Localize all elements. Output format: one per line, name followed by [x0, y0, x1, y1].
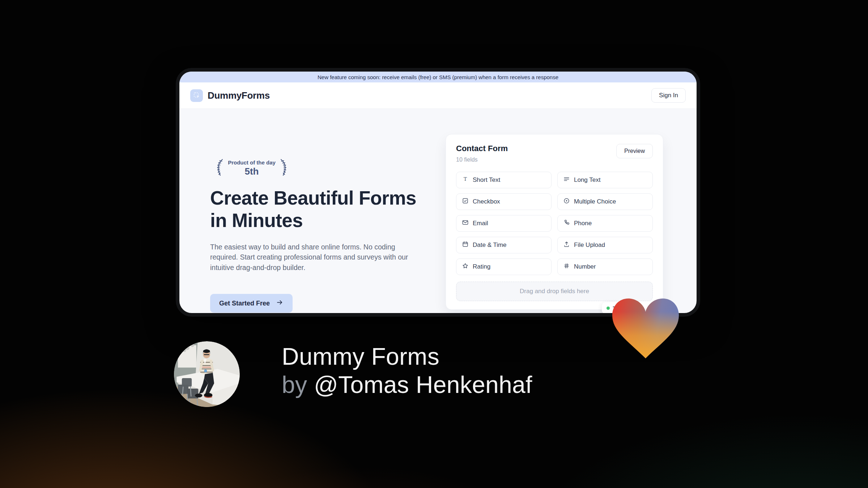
calendar-icon: [462, 241, 469, 249]
svg-text:T: T: [464, 176, 467, 182]
preview-button[interactable]: Preview: [616, 144, 653, 158]
brand[interactable]: DummyForms: [190, 89, 270, 102]
announcement-banner: New feature coming soon: receive emails …: [179, 72, 697, 82]
field-label: Phone: [574, 220, 592, 227]
star-icon: [462, 262, 469, 271]
field-label: Date & Time: [473, 241, 507, 249]
field-label: Short Text: [473, 176, 500, 184]
hash-icon: [563, 262, 570, 271]
promo-caption: Dummy Forms by @Tomas Henkenhaf: [282, 343, 532, 399]
award-title: Product of the day: [228, 159, 276, 166]
site-header: DummyForms Sign In: [179, 82, 697, 109]
laurel-right-icon: [279, 158, 289, 178]
field-button-checkbox[interactable]: Checkbox: [456, 193, 552, 210]
field-button-phone[interactable]: Phone: [557, 215, 653, 232]
byline-prefix: by: [282, 371, 307, 398]
byline-author: @Tomas Henkenhaf: [314, 371, 532, 398]
promo-byline: by @Tomas Henkenhaf: [282, 371, 532, 399]
short-text-icon: T: [462, 176, 469, 184]
field-label: Rating: [473, 263, 490, 270]
get-started-button[interactable]: Get Started Free: [210, 294, 293, 313]
sign-in-button[interactable]: Sign In: [651, 88, 686, 103]
field-button-date-time[interactable]: Date & Time: [456, 237, 552, 253]
field-label: Checkbox: [473, 198, 500, 205]
field-button-file-upload[interactable]: File Upload: [557, 237, 653, 253]
field-button-rating[interactable]: Rating: [456, 258, 552, 275]
phone-icon: [563, 219, 570, 228]
status-dot-icon: [607, 307, 610, 310]
author-avatar: [174, 341, 240, 407]
field-button-long-text[interactable]: Long Text: [557, 172, 653, 188]
brand-name: DummyForms: [208, 90, 270, 101]
field-button-short-text[interactable]: TShort Text: [456, 172, 552, 188]
dropzone-text: Drag and drop fields here: [520, 288, 589, 295]
field-palette: TShort TextLong TextCheckboxMultiple Cho…: [456, 172, 653, 275]
browser-window: New feature coming soon: receive emails …: [176, 68, 700, 317]
field-label: Email: [473, 220, 488, 227]
hero-section: Product of the day 5th Create Beautiful …: [179, 109, 697, 313]
field-button-number[interactable]: Number: [557, 258, 653, 275]
promo-product-name: Dummy Forms: [282, 343, 532, 371]
dummyforms-logo-icon: [190, 89, 203, 102]
award-text: Product of the day 5th: [228, 159, 276, 177]
checkbox-icon: [462, 197, 469, 206]
dummyforms-page: New feature coming soon: receive emails …: [179, 72, 697, 313]
laurel-left-icon: [214, 158, 224, 178]
field-label: Number: [574, 263, 596, 270]
field-count: 10 fields: [456, 157, 508, 163]
card-header-left: Contact Form 10 fields: [456, 144, 508, 163]
field-label: File Upload: [574, 241, 605, 249]
get-started-label: Get Started Free: [219, 300, 270, 307]
email-icon: [462, 219, 469, 228]
form-builder-card: Contact Form 10 fields Preview TShort Te…: [446, 134, 663, 310]
field-label: Multiple Choice: [574, 198, 616, 205]
form-title: Contact Form: [456, 144, 508, 153]
gradient-heart-icon: [610, 293, 681, 362]
long-text-icon: [563, 176, 570, 184]
hero-copy: Product of the day 5th Create Beautiful …: [210, 158, 427, 313]
field-button-email[interactable]: Email: [456, 215, 552, 232]
card-header: Contact Form 10 fields Preview: [456, 144, 653, 163]
upload-icon: [563, 241, 570, 249]
product-of-the-day-badge: Product of the day 5th: [210, 158, 293, 178]
hero-heading: Create Beautiful Forms in Minutes: [210, 187, 427, 232]
arrow-right-icon: [276, 299, 284, 308]
promo-canvas: New feature coming soon: receive emails …: [0, 0, 868, 488]
field-label: Long Text: [574, 176, 600, 184]
radio-icon: [563, 197, 570, 206]
hero-description: The easiest way to build and share onlin…: [210, 242, 419, 273]
award-rank: 5th: [228, 166, 276, 177]
announcement-text: New feature coming soon: receive emails …: [318, 74, 558, 80]
field-button-multiple-choice[interactable]: Multiple Choice: [557, 193, 653, 210]
